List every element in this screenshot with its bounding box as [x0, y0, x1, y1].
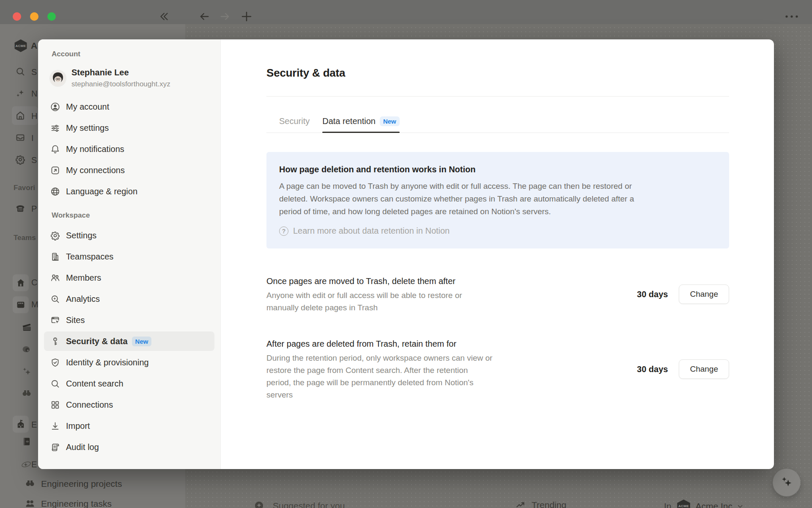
new-badge: New [380, 116, 400, 126]
teamspace-row-2 [16, 300, 26, 310]
sparkles-icon [15, 88, 25, 98]
page-row-shell [21, 344, 32, 355]
tab-security[interactable]: Security [279, 116, 310, 133]
account-items: My account My settings My notifications … [38, 97, 220, 201]
suggested-for-you-section: Suggested for you [254, 500, 345, 508]
sidebar-item-label: Content search [66, 379, 123, 389]
sidebar-item-label: My connections [66, 166, 125, 175]
teamspaces-header-fragment: Teams [14, 234, 36, 242]
change-button[interactable]: Change [679, 284, 729, 304]
sidebar-item-label: My settings [66, 123, 109, 133]
sidebar-item-settings[interactable]: Settings [44, 226, 214, 245]
callout-heading: How page deletion and retention works in… [279, 165, 716, 174]
person-circle-icon [50, 102, 60, 112]
sidebar-collapse-icon [158, 11, 170, 22]
binoculars-emoji-icon [25, 478, 36, 489]
notebook-emoji-icon [21, 436, 32, 447]
school-emoji-icon [16, 419, 26, 429]
workspace-filter: In ACME Acme Inc [664, 500, 743, 508]
sidebar-item-my-account[interactable]: My account [44, 97, 214, 116]
settings-main-panel: Security & data Security Data retention … [221, 39, 774, 469]
speaker-emoji-icon [16, 300, 26, 310]
grid-icon [50, 400, 60, 410]
ai-sparkles-icon [779, 475, 794, 491]
sidebar-item-content-search[interactable]: Content search [44, 374, 214, 393]
traffic-light-minimize[interactable] [30, 12, 38, 21]
sidebar-item-my-connections[interactable]: My connections [44, 160, 214, 180]
clapperboard-emoji-icon [21, 322, 32, 333]
page-label-engineering-tasks: Engineering tasks [41, 499, 112, 508]
key-icon [50, 336, 60, 346]
sidebar-item-security-data[interactable]: Security & data New [44, 331, 214, 351]
page-row-comet [20, 458, 32, 470]
settings-dialog: Account Stephanie Lee stephanie@toolsfor… [38, 39, 774, 469]
traffic-light-close[interactable] [13, 12, 21, 21]
trending-up-icon [516, 500, 527, 508]
home-icon [15, 110, 25, 121]
workspace-logo-small: ACME [677, 500, 691, 508]
sidebar-item-connections[interactable]: Connections [44, 395, 214, 414]
favorites-header-fragment: Favori [14, 184, 35, 192]
browser-cursor-icon [50, 315, 60, 325]
sidebar-item-language-region[interactable]: Language & region [44, 182, 214, 201]
suggested-icon [254, 500, 264, 508]
binoculars-emoji-icon [21, 387, 32, 398]
info-callout: How page deletion and retention works in… [266, 152, 729, 248]
sidebar-item-sites[interactable]: Sites [44, 310, 214, 330]
learn-more-link[interactable]: ? Learn more about data retention in Not… [279, 226, 716, 236]
sidebar-item-settings [15, 155, 25, 165]
setting-row-retention-period: After pages are deleted from Trash, reta… [266, 337, 729, 401]
sidebar-item-identity-provisioning[interactable]: Identity & provisioning [44, 353, 214, 372]
sidebar-item-label: Language & region [66, 187, 137, 196]
traffic-light-zoom[interactable] [47, 12, 56, 21]
sidebar-item-analytics[interactable]: Analytics [44, 289, 214, 309]
question-circle-icon: ? [279, 226, 288, 236]
forward-button [219, 11, 231, 22]
members-icon [50, 273, 60, 283]
sidebar-item-audit-log[interactable]: Audit log [44, 437, 214, 457]
tab-label: Security [279, 116, 310, 126]
favorite-item-phone [14, 202, 26, 214]
page-row-eng-tasks [25, 498, 36, 508]
search-icon [50, 378, 60, 389]
setting-value: 30 days [637, 364, 668, 374]
setting-row-trash-delete: Once pages are moved to Trash, delete th… [266, 275, 729, 314]
change-button[interactable]: Change [679, 359, 729, 379]
settings-sidebar: Account Stephanie Lee stephanie@toolsfor… [38, 39, 221, 469]
sidebar-item-my-settings[interactable]: My settings [44, 118, 214, 138]
sidebar-item-inbox [15, 133, 25, 143]
sidebar-item-import[interactable]: Import [44, 416, 214, 436]
sidebar-item-label: Audit log [66, 442, 99, 452]
account-user-row[interactable]: Stephanie Lee stephanie@toolsforthought.… [44, 65, 214, 91]
sliders-icon [50, 123, 60, 133]
setting-value: 30 days [637, 290, 668, 299]
sidebar-item-label: Import [66, 421, 90, 431]
setting-description: During the retention period, only worksp… [266, 352, 562, 401]
tab-data-retention[interactable]: Data retention New [322, 116, 399, 133]
user-email: stephanie@toolsforthought.xyz [71, 80, 170, 88]
sidebar-item-label: Identity & provisioning [66, 358, 149, 367]
sidebar-item-teamspaces[interactable]: Teamspaces [44, 247, 214, 266]
window-titlebar [0, 0, 812, 24]
new-tab-button [240, 10, 253, 23]
page-row-eng-projects [25, 478, 36, 489]
tab-bar: Security Data retention New [266, 116, 729, 133]
search-icon [15, 66, 25, 77]
sidebar-item-label: My account [66, 102, 109, 112]
user-name: Stephanie Lee [71, 68, 170, 77]
import-arrow-icon [50, 421, 60, 431]
callout-body: A page can be moved to Trash by anyone w… [279, 180, 716, 218]
workspace-items: Settings Teamspaces Members Analytics Si… [38, 226, 220, 457]
building-icon [50, 251, 60, 262]
page-label-engineering-projects: Engineering projects [41, 479, 122, 489]
sidebar-item-label: Analytics [66, 294, 100, 304]
gear-icon [50, 230, 60, 240]
sidebar-item-members[interactable]: Members [44, 268, 214, 287]
people-emoji-icon [25, 498, 36, 508]
teamspace-row-1 [16, 278, 26, 288]
chevron-down-icon [737, 503, 743, 508]
gear-icon [15, 155, 25, 165]
notion-ai-button [773, 469, 800, 496]
setting-title: Once pages are moved to Trash, delete th… [266, 275, 562, 287]
sidebar-item-my-notifications[interactable]: My notifications [44, 139, 214, 159]
